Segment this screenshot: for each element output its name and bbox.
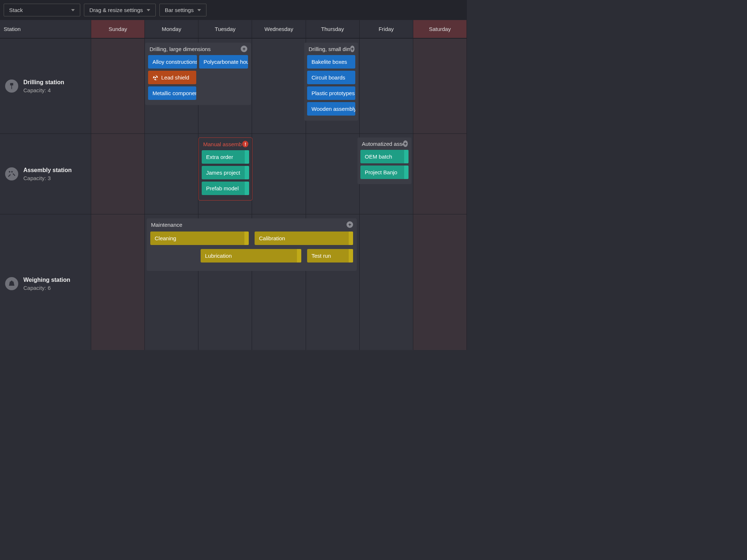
group-title: Manual assembly [203,141,242,147]
station-cell-weighing: Weighing station Capacity: 6 [0,214,91,350]
column-header-monday: Monday [145,20,198,38]
task-label: Lead shield [161,74,189,81]
drag-resize-label: Drag & resize settings [89,7,143,13]
grid-cell[interactable] [413,134,467,214]
chevron-down-icon [197,9,201,11]
task-item[interactable]: Circuit boards [307,71,355,84]
column-header-thursday: Thursday [306,20,360,38]
task-item[interactable]: Plastic prototypes [307,86,355,100]
header-row: Station Sunday Monday Tuesday Wednesday … [0,20,467,38]
weight-icon [5,277,18,290]
group-automatized[interactable]: Automatized assembly + OEM batch Project… [357,137,411,184]
station-cell-assembly: Assembly station Capacity: 3 [0,134,91,214]
chevron-down-icon [71,9,75,11]
task-item[interactable]: Metallic components [148,86,196,100]
plus-icon[interactable]: + [403,140,408,147]
stack-select[interactable]: Stack [4,4,80,16]
station-cell-drilling: Drilling station Capacity: 4 [0,39,91,133]
column-header-saturday: Saturday [413,20,467,38]
grid-cell[interactable] [413,214,467,350]
plus-icon[interactable]: + [241,46,247,52]
grid-cell[interactable] [252,39,306,133]
column-header-tuesday: Tuesday [198,20,252,38]
grid-cell[interactable] [91,39,145,133]
group-drilling-large[interactable]: Drilling, large dimensions + Alloy const… [145,43,251,105]
grid-cell[interactable] [91,134,145,214]
station-capacity: Capacity: 6 [23,285,70,291]
grid-cell[interactable] [145,134,198,214]
drill-icon [5,79,18,93]
task-item[interactable]: Alloy constructions [148,55,197,69]
task-item[interactable]: James project [202,166,249,179]
group-title: Automatized assembly [362,141,403,147]
grid-cell[interactable] [360,39,413,133]
station-capacity: Capacity: 4 [23,87,64,93]
group-title: Drilling, small dimensions [309,46,350,52]
group-title: Maintenance [151,222,182,228]
chevron-down-icon [147,9,150,11]
grid-cell[interactable] [306,134,360,214]
task-item[interactable]: Extra order [202,150,249,164]
bar-settings[interactable]: Bar settings [159,4,206,16]
station-capacity: Capacity: 3 [23,175,71,181]
grid-cell[interactable] [413,39,467,133]
column-header-wednesday: Wednesday [252,20,306,38]
task-item-hazard[interactable]: Lead shield [148,71,196,84]
task-item[interactable]: Wooden assembly [307,102,355,116]
station-name: Weighing station [23,277,70,283]
scheduler-body: Drilling station Capacity: 4 Assembly st… [0,38,467,350]
drag-resize-settings[interactable]: Drag & resize settings [84,4,156,16]
tools-icon [5,167,18,180]
alert-icon[interactable]: ! [242,141,248,147]
group-manual-assembly[interactable]: Manual assembly ! Extra order James proj… [198,137,252,201]
toolbar: Stack Drag & resize settings Bar setting… [0,0,467,20]
bar-lubrication[interactable]: Lubrication [201,249,301,262]
column-header-friday: Friday [360,20,413,38]
column-header-station: Station [0,20,91,38]
task-item[interactable]: Project Banjo [360,166,409,179]
bar-calibration[interactable]: Calibration [255,232,353,245]
bar-cleaning[interactable]: Cleaning [150,232,249,245]
task-item[interactable]: Polycarbonate housing [199,55,248,69]
bar-test-run[interactable]: Test run [307,249,353,262]
plus-icon[interactable]: + [347,221,353,228]
task-item[interactable]: OEM batch [360,150,409,163]
group-title: Drilling, large dimensions [150,46,211,52]
column-header-sunday: Sunday [91,20,145,38]
stack-select-label: Stack [9,7,23,13]
grid-cell[interactable] [252,134,306,214]
bar-settings-label: Bar settings [165,7,194,13]
task-item[interactable]: Prefab model [202,182,249,195]
biohazard-icon [152,75,158,81]
group-drilling-small[interactable]: Drilling, small dimensions + Bakelite bo… [304,43,358,121]
station-name: Assembly station [23,167,71,174]
plus-icon[interactable]: + [350,46,355,52]
svg-point-0 [155,77,156,78]
grid-cell[interactable] [360,214,413,350]
grid-cell[interactable] [91,214,145,350]
task-item[interactable]: Bakelite boxes [307,55,355,69]
station-name: Drilling station [23,79,64,86]
